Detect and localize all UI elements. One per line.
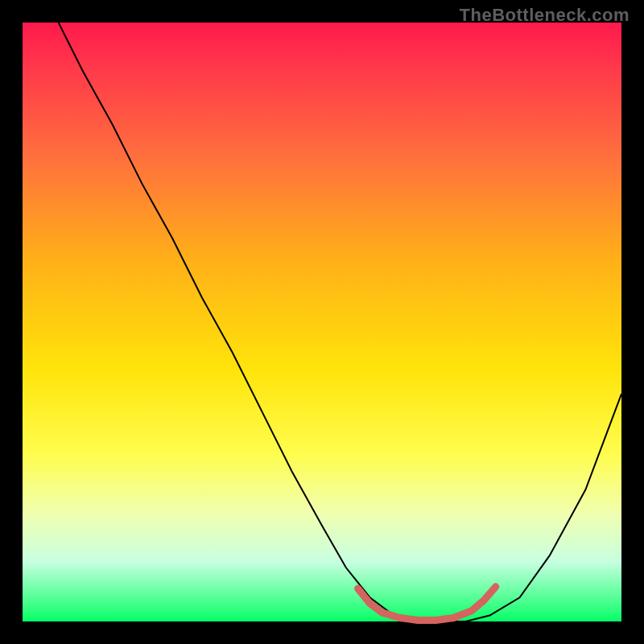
watermark-text: TheBottleneck.com — [460, 5, 630, 26]
chart-stage: TheBottleneck.com — [0, 0, 644, 644]
chart-svg — [23, 23, 621, 621]
plot-area — [23, 23, 621, 621]
bottleneck-curve — [59, 23, 621, 621]
